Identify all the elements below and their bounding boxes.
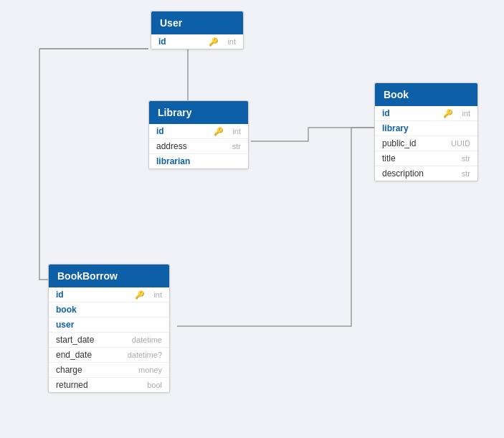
- field-name: id: [158, 37, 206, 47]
- table-row: public_id UUID: [375, 135, 477, 151]
- field-type: str: [232, 142, 241, 151]
- field-type: str: [462, 154, 470, 163]
- bookborrow-table: BookBorrow id 🔑 int book user start_date…: [48, 264, 170, 393]
- table-row: id 🔑 int: [149, 124, 248, 138]
- field-type: datetime: [132, 335, 162, 344]
- field-name: librarian: [156, 156, 235, 166]
- key-icon: 🔑: [214, 127, 224, 136]
- table-row: description str: [375, 166, 477, 181]
- field-name: book: [56, 305, 156, 315]
- table-row: title str: [375, 151, 477, 166]
- table-row: returned bool: [49, 377, 169, 392]
- bookborrow-table-body: id 🔑 int book user start_date datetime e…: [49, 287, 169, 392]
- field-name: library: [382, 123, 465, 133]
- field-name: public_id: [382, 138, 445, 148]
- field-name: end_date: [56, 350, 122, 360]
- field-name: id: [56, 290, 132, 300]
- field-name: returned: [56, 380, 141, 390]
- table-row: librarian: [149, 153, 248, 168]
- table-row: id 🔑 int: [375, 106, 477, 120]
- table-row: address str: [149, 138, 248, 153]
- field-type: int: [232, 127, 241, 135]
- table-row: start_date datetime: [49, 332, 169, 347]
- field-name: description: [382, 168, 456, 178]
- table-row: book: [49, 302, 169, 317]
- field-name: start_date: [56, 335, 126, 345]
- library-table-header: Library: [149, 101, 248, 124]
- table-row: user: [49, 317, 169, 332]
- user-table-body: id 🔑 int: [151, 34, 243, 49]
- book-table: Book id 🔑 int library public_id UUID tit…: [374, 82, 478, 181]
- field-name: charge: [56, 365, 133, 375]
- field-type: UUID: [451, 139, 470, 148]
- table-row: library: [375, 120, 477, 135]
- table-row: id 🔑 int: [151, 34, 243, 49]
- book-table-header: Book: [375, 83, 477, 106]
- table-row: id 🔑 int: [49, 287, 169, 302]
- bookborrow-table-header: BookBorrow: [49, 265, 169, 287]
- field-type: bool: [147, 381, 162, 389]
- field-type: datetime?: [128, 351, 162, 359]
- library-table: Library id 🔑 int address str librarian: [148, 100, 249, 169]
- field-name: address: [156, 141, 227, 151]
- user-table: User id 🔑 int: [151, 11, 244, 49]
- field-type: int: [227, 37, 236, 46]
- key-icon: 🔑: [443, 109, 453, 118]
- key-icon: 🔑: [135, 290, 145, 300]
- field-name: title: [382, 153, 456, 163]
- user-table-header: User: [151, 11, 243, 34]
- key-icon: 🔑: [209, 37, 219, 47]
- diagram-canvas: User id 🔑 int Library id 🔑 int address s…: [0, 0, 504, 438]
- field-name: id: [156, 126, 211, 136]
- table-row: charge money: [49, 362, 169, 377]
- library-table-body: id 🔑 int address str librarian: [149, 124, 248, 168]
- field-type: money: [138, 366, 162, 374]
- field-name: id: [382, 108, 440, 118]
- book-table-body: id 🔑 int library public_id UUID title st…: [375, 106, 477, 181]
- field-type: int: [462, 109, 470, 118]
- table-row: end_date datetime?: [49, 347, 169, 362]
- field-name: user: [56, 320, 156, 330]
- field-type: str: [462, 169, 470, 178]
- field-type: int: [153, 290, 162, 299]
